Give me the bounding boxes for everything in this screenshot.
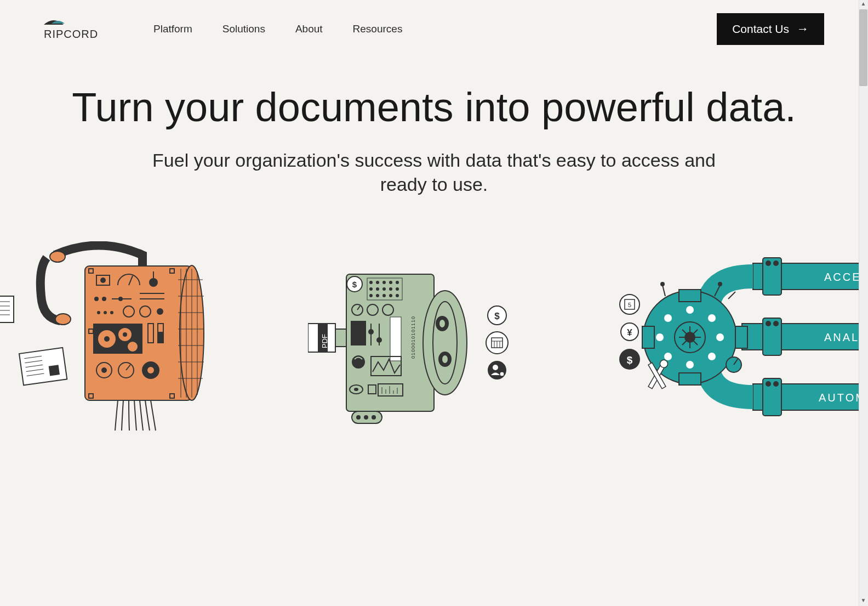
svg-point-156: [708, 314, 716, 322]
svg-point-85: [396, 287, 399, 291]
svg-point-142: [773, 381, 779, 387]
svg-text:¥: ¥: [627, 327, 632, 338]
svg-point-28: [100, 277, 106, 283]
brand-logo[interactable]: RIPCORD: [44, 18, 115, 40]
svg-point-116: [372, 415, 376, 420]
svg-point-155: [686, 306, 694, 314]
scroll-up-icon[interactable]: ▲: [859, 1, 867, 9]
nav-about[interactable]: About: [295, 23, 323, 35]
hero-illustration: PDF $ 0100010101110: [0, 241, 868, 439]
svg-point-43: [157, 308, 163, 315]
svg-point-81: [369, 287, 373, 291]
svg-rect-13: [49, 365, 60, 376]
svg-text:$: $: [627, 354, 633, 366]
svg-line-162: [663, 285, 665, 296]
svg-rect-147: [679, 373, 701, 385]
svg-point-160: [664, 353, 672, 360]
hero-section: Turn your documents into powerful data. …: [0, 58, 868, 196]
svg-rect-2: [0, 296, 14, 322]
svg-point-80: [396, 281, 399, 284]
svg-point-114: [356, 415, 361, 420]
svg-point-82: [376, 287, 379, 291]
scroll-down-icon[interactable]: ▼: [859, 597, 867, 605]
svg-point-161: [656, 333, 664, 341]
svg-point-134: [773, 260, 779, 266]
svg-point-159: [686, 361, 694, 369]
svg-point-87: [376, 294, 379, 297]
person-icon: [488, 361, 506, 380]
svg-point-38: [97, 311, 100, 314]
nav-platform[interactable]: Platform: [153, 23, 192, 35]
svg-point-77: [376, 281, 379, 284]
svg-point-137: [766, 321, 771, 326]
svg-point-123: [493, 365, 498, 370]
svg-point-138: [773, 321, 779, 326]
svg-point-32: [94, 297, 99, 301]
nav-resources[interactable]: Resources: [353, 23, 403, 35]
svg-point-141: [766, 381, 771, 387]
svg-point-39: [104, 311, 107, 314]
svg-point-105: [354, 388, 358, 391]
svg-point-98: [368, 329, 374, 335]
brand-text: RIPCORD: [44, 28, 98, 40]
svg-rect-145: [735, 326, 747, 348]
vertical-scrollbar[interactable]: ▲ ▼: [859, 0, 868, 606]
svg-point-154: [664, 314, 672, 322]
svg-point-115: [364, 415, 368, 420]
svg-point-58: [147, 367, 154, 373]
scrollbar-thumb[interactable]: [859, 9, 867, 86]
arrow-right-icon: →: [797, 22, 809, 36]
svg-rect-146: [679, 290, 701, 302]
svg-point-69: [433, 302, 457, 384]
binary-text: 0100010101110: [410, 316, 416, 359]
nav-solutions[interactable]: Solutions: [222, 23, 265, 35]
contact-button[interactable]: Contact Us →: [717, 13, 824, 45]
svg-point-90: [396, 294, 399, 297]
svg-point-79: [389, 281, 392, 284]
svg-rect-7: [19, 348, 67, 386]
illustration-processor: PDF $ 0100010101110: [308, 252, 538, 428]
svg-point-133: [766, 260, 771, 266]
svg-point-54: [101, 367, 107, 373]
hero-subtitle: Fuel your organization's success with da…: [146, 148, 722, 196]
svg-point-73: [442, 355, 448, 363]
svg-point-40: [110, 311, 113, 314]
hero-title: Turn your documents into powerful data.: [66, 86, 802, 129]
svg-rect-144: [642, 326, 654, 348]
svg-point-71: [439, 320, 445, 327]
svg-point-30: [149, 278, 158, 287]
svg-point-89: [389, 294, 392, 297]
calendar-day: 5: [628, 302, 631, 308]
svg-point-84: [389, 287, 392, 291]
illustration-scanner: [0, 241, 230, 439]
svg-point-49: [128, 342, 138, 352]
contact-button-label: Contact Us: [732, 22, 789, 36]
svg-rect-66: [335, 329, 346, 347]
svg-point-157: [716, 333, 724, 341]
site-header: RIPCORD Platform Solutions About Resourc…: [0, 0, 868, 58]
svg-point-86: [369, 294, 373, 297]
svg-point-83: [382, 287, 386, 291]
svg-point-0: [50, 251, 65, 262]
illustration-pipes: 5 ¥ $ ACCESS ANALYZE AUTOMATE: [616, 241, 868, 439]
svg-point-46: [104, 336, 110, 342]
svg-point-158: [708, 353, 716, 360]
svg-point-124: [500, 372, 504, 376]
svg-point-76: [369, 281, 373, 284]
svg-point-165: [718, 282, 722, 286]
svg-point-163: [660, 282, 665, 286]
svg-point-48: [123, 332, 127, 337]
svg-point-100: [376, 337, 382, 343]
svg-rect-96: [351, 321, 366, 346]
pdf-label: PDF: [321, 334, 329, 348]
svg-point-78: [382, 281, 386, 284]
svg-point-88: [382, 294, 386, 297]
main-nav: Platform Solutions About Resources: [153, 23, 402, 35]
svg-point-33: [102, 297, 106, 301]
svg-rect-101: [390, 317, 401, 361]
svg-point-35: [118, 297, 123, 301]
svg-rect-52: [158, 332, 163, 343]
dollar-icon: $: [494, 311, 500, 321]
svg-text:$: $: [352, 280, 357, 289]
svg-point-1: [55, 314, 71, 325]
